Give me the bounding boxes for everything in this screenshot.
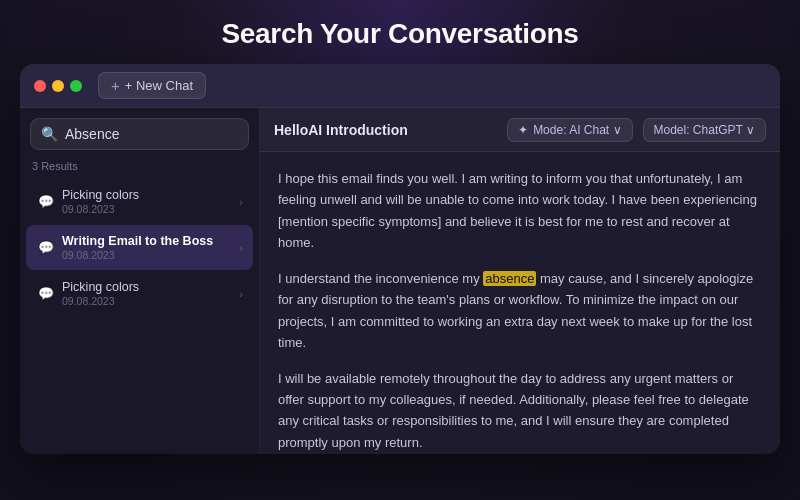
chevron-right-icon-1: › xyxy=(239,196,243,208)
content-area: 🔍 3 Results 💬 Picking colors 09.08.2023 … xyxy=(20,108,780,454)
chat-panel: HelloAI Introduction ✦ Mode: AI Chat ∨ M… xyxy=(260,108,780,454)
app-window: + + New Chat 🔍 3 Results 💬 Picking color… xyxy=(20,64,780,454)
sparkle-icon: ✦ xyxy=(518,123,528,137)
chat-item-text-3: Picking colors 09.08.2023 xyxy=(62,280,231,307)
message-content: I hope this email finds you well. I am w… xyxy=(278,168,762,454)
traffic-light-minimize[interactable] xyxy=(52,80,64,92)
traffic-light-close[interactable] xyxy=(34,80,46,92)
chat-list-item-1[interactable]: 💬 Picking colors 09.08.2023 › xyxy=(26,179,253,224)
chat-item-title-3: Picking colors xyxy=(62,280,231,294)
search-input[interactable] xyxy=(65,126,238,142)
mode-label: Mode: AI Chat ∨ xyxy=(533,123,621,137)
chat-messages: I hope this email finds you well. I am w… xyxy=(260,152,780,454)
search-icon: 🔍 xyxy=(41,126,58,142)
chat-item-title-1: Picking colors xyxy=(62,188,231,202)
page-title-area: Search Your Conversations xyxy=(0,0,800,64)
message-paragraph-2: I understand the inconvenience my absenc… xyxy=(278,268,762,354)
chevron-right-icon-3: › xyxy=(239,288,243,300)
chat-item-title-2: Writing Email to the Boss xyxy=(62,234,231,248)
search-box[interactable]: 🔍 xyxy=(30,118,249,150)
chevron-right-icon-2: › xyxy=(239,242,243,254)
model-button[interactable]: Model: ChatGPT ∨ xyxy=(643,118,766,142)
chat-title: HelloAI Introduction xyxy=(274,122,497,138)
traffic-lights xyxy=(34,80,82,92)
page-title: Search Your Conversations xyxy=(0,18,800,50)
plus-icon: + xyxy=(111,78,120,93)
message-paragraph-1: I hope this email finds you well. I am w… xyxy=(278,168,762,254)
new-chat-label: + New Chat xyxy=(125,78,193,93)
model-label: Model: ChatGPT ∨ xyxy=(654,123,755,137)
chat-item-date-3: 09.08.2023 xyxy=(62,295,231,307)
title-bar: + + New Chat xyxy=(20,64,780,108)
sidebar: 🔍 3 Results 💬 Picking colors 09.08.2023 … xyxy=(20,108,260,454)
chat-list: 💬 Picking colors 09.08.2023 › 💬 Writing … xyxy=(20,178,259,454)
chat-list-item-2[interactable]: 💬 Writing Email to the Boss 09.08.2023 › xyxy=(26,225,253,270)
traffic-light-maximize[interactable] xyxy=(70,80,82,92)
chat-item-text-2: Writing Email to the Boss 09.08.2023 xyxy=(62,234,231,261)
chat-header: HelloAI Introduction ✦ Mode: AI Chat ∨ M… xyxy=(260,108,780,152)
chat-item-date-1: 09.08.2023 xyxy=(62,203,231,215)
chat-item-text-1: Picking colors 09.08.2023 xyxy=(62,188,231,215)
chat-bubble-icon: 💬 xyxy=(38,194,54,209)
chat-bubble-icon-3: 💬 xyxy=(38,286,54,301)
highlight-absence: absence xyxy=(483,271,536,286)
new-chat-button[interactable]: + + New Chat xyxy=(98,72,206,99)
results-label: 3 Results xyxy=(20,158,259,178)
chat-item-date-2: 09.08.2023 xyxy=(62,249,231,261)
mode-button[interactable]: ✦ Mode: AI Chat ∨ xyxy=(507,118,632,142)
chat-bubble-icon-2: 💬 xyxy=(38,240,54,255)
chat-list-item-3[interactable]: 💬 Picking colors 09.08.2023 › xyxy=(26,271,253,316)
message-paragraph-3: I will be available remotely throughout … xyxy=(278,368,762,454)
